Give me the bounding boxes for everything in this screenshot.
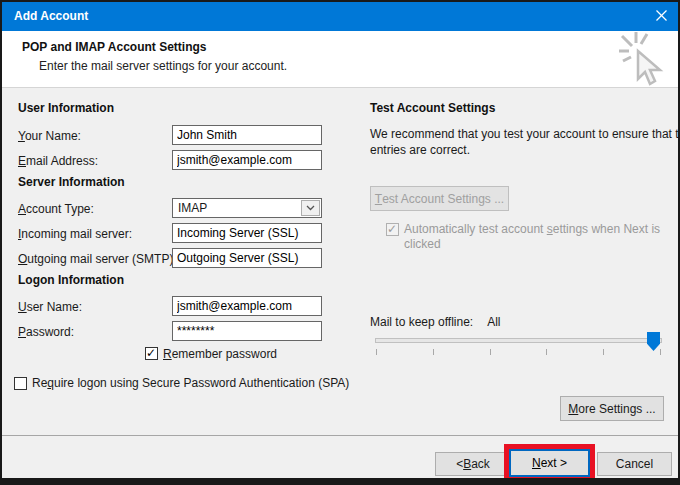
slider-tick [433,349,434,355]
remember-password-label[interactable]: Remember password [163,347,277,362]
outgoing-server-input[interactable] [172,248,322,268]
remember-password-checkbox[interactable] [145,347,158,360]
close-button[interactable] [644,2,678,31]
close-icon [656,10,667,24]
email-address-label: Email Address: [18,154,98,168]
click-cursor-icon [619,32,669,90]
mail-offline-row: Mail to keep offline: All [370,315,501,329]
mail-offline-label: Mail to keep offline: [370,315,473,329]
your-name-input[interactable] [172,125,322,145]
section-user-information: User Information [18,101,114,115]
section-server-information: Server Information [18,175,125,189]
slider-tick [546,349,547,355]
page-title: POP and IMAP Account Settings [22,40,206,54]
auto-test-label: Automatically test account settings when… [404,222,672,252]
test-account-settings-button: Test Account Settings ... [370,186,509,211]
cancel-button[interactable]: Cancel [597,452,672,476]
your-name-label: Your Name: [18,129,81,143]
offline-slider-track[interactable] [375,338,662,343]
section-logon-information: Logon Information [18,273,124,287]
back-button[interactable]: < Back [435,452,511,476]
titlebar: Add Account [2,2,678,31]
section-test-account-settings: Test Account Settings [370,101,495,115]
password-input[interactable] [172,321,322,341]
test-description: We recommend that you test your account … [370,126,680,158]
password-label: Password: [18,325,74,339]
auto-test-checkbox [386,223,399,236]
account-type-value: IMAP [178,201,207,215]
offline-slider-ticks [376,349,661,355]
email-address-input[interactable] [172,150,322,170]
slider-tick [376,349,377,355]
next-button[interactable]: Next > [509,449,590,477]
mail-offline-value: All [487,315,500,329]
spa-checkbox[interactable] [14,377,27,390]
chevron-down-icon[interactable] [301,200,320,216]
user-name-label: User Name: [18,300,82,314]
more-settings-button[interactable]: More Settings ... [560,396,664,421]
window-title: Add Account [14,2,88,31]
account-type-dropdown[interactable]: IMAP [172,198,322,218]
spa-label[interactable]: Require logon using Secure Password Auth… [32,376,362,391]
slider-tick [603,349,604,355]
slider-tick [490,349,491,355]
wizard-header: POP and IMAP Account Settings Enter the … [2,31,678,88]
incoming-server-input[interactable] [172,223,322,243]
slider-tick [660,349,661,355]
account-type-label: Account Type: [18,202,94,216]
user-name-input[interactable] [172,296,322,316]
incoming-server-label: Incoming mail server: [18,227,132,241]
page-subtitle: Enter the mail server settings for your … [39,59,287,73]
outgoing-server-label: Outgoing mail server (SMTP): [18,252,177,266]
annotation-highlight: Next > [504,444,595,482]
add-account-dialog: Add Account POP and IMAP Account Setting… [0,0,680,485]
footer-divider [2,435,678,436]
